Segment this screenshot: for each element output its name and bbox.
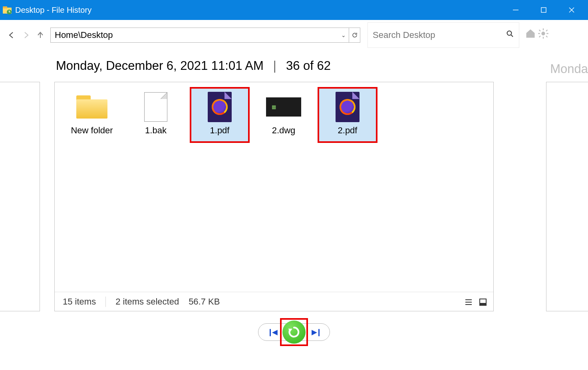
version-header: Monday, December 6, 2021 11:01 AM | 36 o… (0, 50, 588, 82)
header-separator: | (273, 59, 276, 73)
status-bar: 15 items 2 items selected 56.7 KB (55, 292, 493, 311)
content-area: New folder1.bak1.pdf▦2.dwg2.pdf 15 items… (0, 82, 588, 317)
svg-rect-17 (546, 30, 548, 32)
gear-icon[interactable] (538, 28, 549, 42)
svg-rect-1 (3, 6, 7, 8)
navigation-bar: Home\Desktop ⌄ (0, 20, 588, 50)
titlebar: Desktop - File History (0, 0, 588, 20)
status-selection: 2 items selected (115, 297, 179, 307)
svg-rect-4 (541, 8, 546, 12)
address-path[interactable]: Home\Desktop (51, 30, 338, 40)
pdf-firefox-icon (336, 91, 360, 123)
file-item[interactable]: ▦2.dwg (254, 87, 314, 143)
file-label: New folder (71, 125, 113, 136)
minimize-button[interactable] (502, 0, 530, 20)
svg-rect-13 (546, 33, 548, 34)
file-item[interactable]: 2.pdf (318, 87, 377, 143)
status-item-count: 15 items (63, 297, 96, 307)
next-panel-ghost (546, 82, 588, 311)
file-grid: New folder1.bak1.pdf▦2.dwg2.pdf (62, 87, 486, 143)
restore-button[interactable] (282, 321, 306, 344)
address-dropdown-icon[interactable]: ⌄ (338, 32, 349, 38)
svg-rect-10 (543, 28, 544, 30)
window-title: Desktop - File History (15, 6, 502, 15)
search-icon[interactable] (506, 30, 514, 40)
file-icon (144, 91, 167, 123)
icons-view-icon[interactable] (477, 297, 489, 308)
dwg-thumbnail-icon: ▦ (266, 91, 301, 123)
address-bar[interactable]: Home\Desktop ⌄ (50, 28, 360, 43)
pdf-firefox-icon (208, 91, 232, 123)
maximize-button[interactable] (530, 0, 558, 20)
file-label: 1.pdf (210, 125, 230, 136)
file-label: 2.dwg (272, 125, 296, 136)
svg-rect-15 (546, 36, 548, 38)
version-timestamp: Monday, December 6, 2021 11:01 AM (56, 59, 264, 73)
home-icon[interactable] (525, 28, 536, 42)
refresh-button[interactable] (349, 28, 360, 42)
history-nav-pill: ❙◀ ▶❙ (258, 323, 330, 341)
svg-point-7 (507, 31, 512, 36)
status-size: 56.7 KB (189, 297, 220, 307)
svg-rect-11 (543, 37, 544, 39)
file-label: 2.pdf (338, 125, 358, 136)
folder-icon (76, 91, 107, 123)
history-nav: ❙◀ ▶❙ (0, 323, 588, 341)
view-toggles (463, 297, 489, 308)
file-item[interactable]: 1.bak (126, 87, 186, 143)
file-item[interactable]: 1.pdf (190, 87, 250, 143)
file-label: 1.bak (145, 125, 167, 136)
file-panel: New folder1.bak1.pdf▦2.dwg2.pdf 15 items… (54, 82, 494, 311)
svg-rect-22 (480, 303, 486, 305)
back-button[interactable] (6, 29, 18, 41)
close-button[interactable] (558, 0, 586, 20)
svg-rect-14 (539, 30, 541, 32)
next-version-peek: Monda (550, 62, 588, 76)
window-controls (502, 0, 586, 20)
file-item[interactable]: New folder (62, 87, 122, 143)
details-view-icon[interactable] (463, 297, 474, 308)
status-divider (105, 297, 106, 307)
svg-point-9 (541, 32, 545, 35)
forward-button[interactable] (20, 29, 32, 41)
version-pager: 36 of 62 (286, 59, 331, 73)
previous-version-button[interactable]: ❙◀ (267, 328, 276, 336)
search-box[interactable] (368, 22, 519, 48)
search-input[interactable] (373, 30, 506, 40)
svg-line-8 (511, 35, 513, 37)
file-history-folder-icon (2, 5, 12, 15)
svg-rect-12 (538, 33, 540, 34)
prev-panel-ghost (0, 82, 40, 311)
svg-rect-16 (539, 36, 541, 38)
toolbar-right-icons (525, 28, 549, 42)
next-version-button[interactable]: ▶❙ (312, 328, 321, 336)
up-button[interactable] (34, 29, 46, 41)
